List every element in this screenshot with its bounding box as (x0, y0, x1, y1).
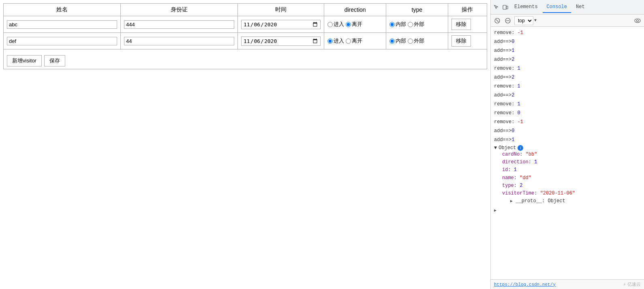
prop-direction: direction: 1 (502, 158, 641, 166)
cell-time-0 (237, 16, 324, 33)
direction-enter-0[interactable] (327, 22, 333, 27)
input-idcard-0[interactable] (124, 20, 234, 29)
prop-cardno: cardNo: "bb" (502, 151, 641, 158)
bottom-expand-arrow[interactable]: ▶ (494, 208, 496, 213)
tab-elements[interactable]: Elements (510, 2, 542, 13)
cell-type-0: 内部 外部 (386, 16, 448, 33)
device-toolbar-icon[interactable] (501, 3, 509, 11)
prop-type: type: 2 (502, 182, 641, 190)
type-inner-label-1[interactable]: 内部 (389, 37, 406, 45)
object-props: cardNo: "bb" direction: 1 id: 1 name: "d… (494, 151, 641, 205)
cell-type-1: 内部 外部 (386, 33, 448, 49)
console-line-10: remove: -1 (491, 118, 644, 126)
type-outer-1[interactable] (408, 39, 413, 44)
bottom-link[interactable]: https://blog.csdn.net/y (494, 282, 556, 287)
action-bar: 新增visitor 保存 (7, 55, 484, 66)
type-outer-label-1[interactable]: 外部 (408, 37, 424, 45)
context-selector: top ▼ (514, 16, 537, 25)
watermark-text: 亿速云 (627, 281, 641, 287)
input-idcard-1[interactable] (124, 37, 234, 45)
direction-leave-1[interactable] (346, 39, 351, 44)
svg-line-3 (496, 19, 499, 22)
direction-leave-label-1[interactable]: 离开 (346, 37, 362, 45)
devtools-panel: Elements Console Net top ▼ remove: -1 ad… (490, 0, 644, 289)
direction-enter-label-1[interactable]: 进入 (327, 37, 344, 45)
action-cell: 新增visitor 保存 (4, 49, 487, 69)
col-header-name: 姓名 (4, 4, 121, 16)
select-element-icon[interactable] (492, 3, 501, 11)
type-radio-group-1: 内部 外部 (389, 37, 445, 45)
add-visitor-button[interactable]: 新增visitor (7, 55, 42, 66)
cell-idcard-1 (120, 33, 237, 49)
info-icon: i (518, 145, 523, 151)
context-dropdown[interactable]: top (514, 16, 533, 25)
console-line-11: add==>0 (491, 126, 644, 135)
tab-console[interactable]: Console (543, 2, 571, 13)
console-line-4: remove: 1 (491, 64, 644, 73)
remove-button-0[interactable]: 移除 (451, 19, 471, 30)
direction-leave-label-0[interactable]: 离开 (346, 21, 362, 28)
type-inner-0[interactable] (389, 22, 395, 27)
proto-line[interactable]: ▶ __proto__: Object (502, 197, 641, 205)
prop-id: id: 1 (502, 166, 641, 174)
input-time-0[interactable] (241, 20, 321, 29)
table-row: 进入 离开 内部 外部 (4, 16, 487, 33)
type-radio-group-0: 内部 外部 (389, 21, 445, 28)
col-header-idcard: 身份证 (120, 4, 237, 16)
cell-action-1: 移除 (448, 33, 487, 49)
app-panel: 姓名 身份证 时间 direction type 操作 (0, 0, 490, 289)
type-outer-label-0[interactable]: 外部 (408, 21, 424, 28)
type-inner-1[interactable] (389, 39, 395, 44)
cell-name-1 (4, 33, 121, 49)
object-section: ▼ Object i cardNo: "bb" direction: 1 id:… (491, 144, 644, 206)
eye-icon[interactable] (633, 17, 642, 25)
direction-radio-group-0: 进入 离开 (327, 21, 383, 28)
object-header[interactable]: ▼ Object i (494, 145, 641, 151)
tab-network[interactable]: Net (572, 2, 589, 13)
table-row: 进入 离开 内部 外部 (4, 33, 487, 49)
watermark-icon: ⚡ (623, 282, 626, 287)
devtools-bottom-bar: https://blog.csdn.net/y ⚡ 亿速云 (491, 279, 644, 289)
prop-visitortime: visitorTime: "2020-11-06" (502, 190, 641, 197)
console-line-5: add==>2 (491, 73, 644, 82)
action-row: 新增visitor 保存 (4, 49, 487, 69)
input-name-0[interactable] (7, 20, 117, 29)
console-line-0: remove: -1 (491, 28, 644, 37)
console-line-8: remove: 1 (491, 100, 644, 109)
col-header-direction: direction (324, 4, 386, 16)
prop-name: name: "dd" (502, 174, 641, 182)
proto-expand-arrow[interactable]: ▶ (510, 199, 513, 203)
console-line-2: add==>1 (491, 46, 644, 55)
clear-console-icon[interactable] (493, 17, 501, 25)
input-name-1[interactable] (7, 37, 117, 45)
console-line-3: add==>2 (491, 55, 644, 64)
console-line-7: add==>2 (491, 91, 644, 100)
type-inner-label-0[interactable]: 内部 (389, 21, 406, 28)
console-line-1: add==>0 (491, 37, 644, 46)
block-icon[interactable] (504, 17, 512, 25)
direction-enter-1[interactable] (327, 39, 333, 44)
visitor-table: 姓名 身份证 时间 direction type 操作 (3, 3, 487, 69)
object-toggle-arrow[interactable]: ▼ (494, 145, 497, 151)
direction-enter-label-0[interactable]: 进入 (327, 21, 344, 28)
object-label: Object (499, 145, 516, 151)
col-header-type: type (386, 4, 448, 16)
type-outer-0[interactable] (408, 22, 413, 27)
svg-rect-0 (503, 5, 506, 9)
devtools-toolbar: top ▼ (491, 15, 644, 27)
console-content: remove: -1 add==>0 add==>1 add==>2 remov… (491, 27, 644, 279)
console-line-9: remove: 0 (491, 109, 644, 118)
save-button[interactable]: 保存 (44, 55, 65, 66)
cell-idcard-0 (120, 16, 237, 33)
input-time-1[interactable] (241, 36, 321, 46)
direction-leave-0[interactable] (346, 22, 351, 27)
svg-point-6 (635, 19, 640, 23)
watermark: ⚡ 亿速云 (623, 281, 641, 287)
col-header-action: 操作 (448, 4, 487, 16)
console-line-12: add==>1 (491, 135, 644, 144)
devtools-tabs-bar: Elements Console Net (491, 0, 644, 15)
remove-button-1[interactable]: 移除 (451, 35, 471, 47)
bottom-expand[interactable]: ▶ (491, 206, 644, 215)
cell-time-1 (237, 33, 324, 49)
cell-direction-0: 进入 离开 (324, 16, 386, 33)
